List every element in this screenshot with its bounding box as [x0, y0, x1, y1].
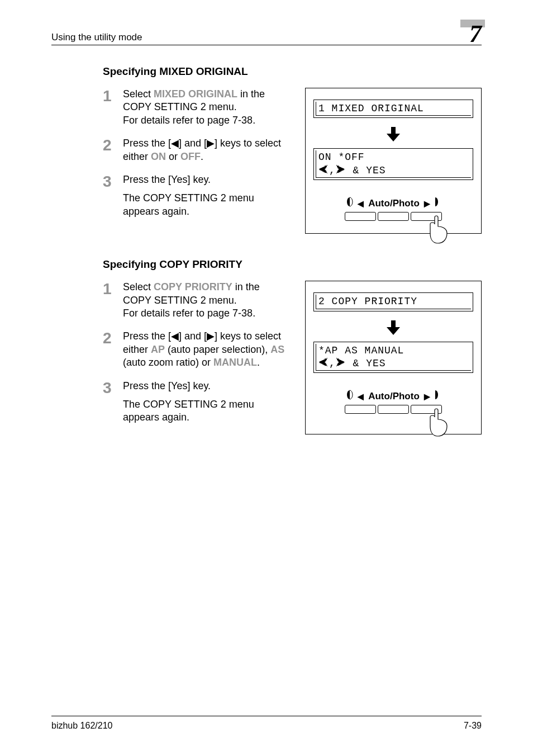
step-body: Press the [◀] and [▶] keys to select eit…: [123, 137, 289, 163]
section-title: Using the utility mode: [51, 32, 142, 43]
keys-row: [337, 212, 449, 221]
keys-row: [337, 405, 449, 414]
step-number: 3: [103, 173, 123, 218]
text: (auto paper selection),: [165, 344, 270, 355]
highlight-manual: MANUAL: [213, 357, 257, 368]
svg-rect-2: [391, 320, 396, 327]
step-number: 1: [103, 88, 123, 127]
text: Select: [123, 281, 154, 292]
highlight-as: AS: [270, 344, 284, 355]
text: or: [166, 151, 180, 162]
auto-photo-control: ◀ Auto/Photo ▶: [337, 197, 449, 221]
pointing-hand-icon: [427, 214, 451, 248]
steps-col-2: 1 Select COPY PRIORITY in the COPY SETTI…: [103, 281, 289, 434]
procedure-2: 1 Select COPY PRIORITY in the COPY SETTI…: [103, 281, 482, 434]
down-arrow-icon: [385, 319, 402, 336]
step-number: 3: [103, 380, 123, 424]
lcd-row: ON *OFF: [318, 151, 468, 164]
step-2-1: 1 Select COPY PRIORITY in the COPY SETTI…: [103, 281, 289, 320]
lcd-row: ⮜,⮞ & YES: [318, 164, 468, 177]
svg-rect-0: [391, 127, 396, 134]
step-1-2: 2 Press the [◀] and [▶] keys to select e…: [103, 137, 289, 163]
highlight-off: OFF: [180, 151, 201, 162]
display-panel-2: 2 COPY PRIORITY *AP AS MANUAL ⮜,⮞ & YES …: [305, 281, 482, 434]
pointing-hand-icon: [427, 407, 451, 441]
lcd-line-2: *AP AS MANUAL ⮜,⮞ & YES: [313, 342, 473, 374]
text: (auto zoom ratio) or: [123, 357, 213, 368]
key-left[interactable]: [345, 212, 376, 221]
lcd-line-1: 2 COPY PRIORITY: [313, 292, 473, 311]
heading-mixed-original: Specifying MIXED ORIGINAL: [103, 65, 482, 78]
highlight-mixed-original: MIXED ORIGINAL: [154, 88, 237, 100]
svg-marker-3: [387, 327, 400, 335]
product-name: bizhub 162/210: [51, 721, 112, 731]
lcd-row: *AP AS MANUAL: [318, 344, 468, 357]
auto-photo-label: Auto/Photo: [368, 391, 420, 402]
auto-photo-label-row: ◀ Auto/Photo ▶: [337, 197, 449, 210]
chapter-marker: 7: [439, 20, 482, 43]
procedure-1: 1 Select MIXED ORIGINAL in the COPY SETT…: [103, 88, 482, 234]
text: .: [257, 357, 260, 368]
heading-copy-priority: Specifying COPY PRIORITY: [103, 258, 482, 271]
key-left[interactable]: [345, 405, 376, 414]
step-2-3: 3 Press the [Yes] key. The COPY SETTING …: [103, 380, 289, 424]
text: For details refer to page 7-38.: [123, 114, 289, 127]
step-body: Press the [Yes] key. The COPY SETTING 2 …: [123, 380, 289, 424]
auto-photo-label-row: ◀ Auto/Photo ▶: [337, 390, 449, 403]
svg-marker-1: [387, 134, 400, 141]
running-header: Using the utility mode 7: [51, 20, 482, 45]
step-body: Press the [◀] and [▶] keys to select eit…: [123, 330, 289, 369]
left-triangle-icon: ◀: [358, 199, 364, 208]
footer: bizhub 162/210 7-39: [51, 716, 482, 731]
key-middle[interactable]: [378, 212, 409, 221]
step-number: 2: [103, 330, 123, 369]
text: Select: [123, 88, 154, 100]
lcd-row: ⮜,⮞ & YES: [318, 357, 468, 370]
step-1-1: 1 Select MIXED ORIGINAL in the COPY SETT…: [103, 88, 289, 127]
text: Press the [Yes] key.: [123, 174, 211, 185]
text: For details refer to page 7-38.: [123, 307, 289, 320]
down-arrow-icon: [385, 126, 402, 143]
lcd-line-1: 1 MIXED ORIGINAL: [313, 100, 473, 118]
step-1-3: 3 Press the [Yes] key. The COPY SETTING …: [103, 173, 289, 218]
auto-photo-label: Auto/Photo: [368, 198, 420, 209]
highlight-copy-priority: COPY PRIORITY: [154, 281, 232, 292]
left-triangle-icon: ◀: [358, 392, 364, 401]
key-middle[interactable]: [378, 405, 409, 414]
right-triangle-icon: ▶: [424, 392, 430, 401]
step-body: Press the [Yes] key. The COPY SETTING 2 …: [123, 173, 289, 218]
right-triangle-icon: ▶: [424, 199, 430, 208]
highlight-ap: AP: [151, 344, 165, 355]
text: The COPY SETTING 2 menu appears again.: [123, 192, 289, 218]
text: .: [201, 151, 203, 162]
steps-col-1: 1 Select MIXED ORIGINAL in the COPY SETT…: [103, 88, 289, 234]
display-panel-1: 1 MIXED ORIGINAL ON *OFF ⮜,⮞ & YES ◀: [305, 88, 482, 234]
step-2-2: 2 Press the [◀] and [▶] keys to select e…: [103, 330, 289, 369]
step-number: 2: [103, 137, 123, 163]
density-icon: [346, 390, 353, 403]
step-body: Select MIXED ORIGINAL in the COPY SETTIN…: [123, 88, 289, 127]
chapter-number: 7: [469, 22, 482, 46]
step-number: 1: [103, 281, 123, 320]
density-solid-icon: [435, 390, 440, 403]
lcd-line-2: ON *OFF ⮜,⮞ & YES: [313, 148, 473, 180]
step-body: Select COPY PRIORITY in the COPY SETTING…: [123, 281, 289, 320]
text: The COPY SETTING 2 menu appears again.: [123, 398, 289, 424]
highlight-on: ON: [151, 151, 166, 162]
page-number: 7-39: [464, 721, 482, 731]
density-icon: [346, 197, 353, 210]
density-solid-icon: [435, 197, 440, 210]
text: Press the [Yes] key.: [123, 380, 211, 391]
auto-photo-control: ◀ Auto/Photo ▶: [337, 390, 449, 414]
